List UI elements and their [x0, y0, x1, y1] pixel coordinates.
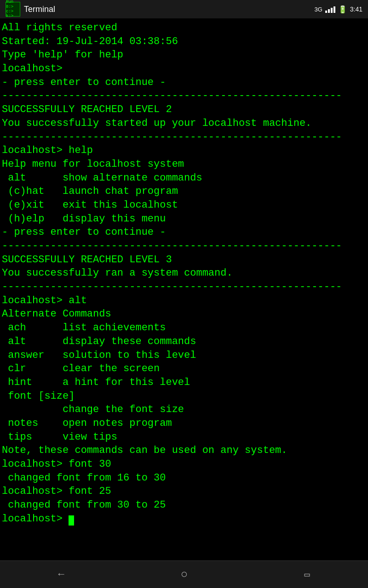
- battery-icon: 🔋: [338, 5, 347, 14]
- terminal-line: (c)hat launch chat program: [2, 185, 366, 198]
- back-button[interactable]: [49, 565, 74, 584]
- nav-bar: [0, 560, 368, 588]
- terminal-line: - press enter to continue -: [2, 226, 366, 239]
- terminal-line: Type 'help' for help: [2, 48, 366, 62]
- status-bar-left: 8:> Run 8:> c:> k:> ZERO Terminal: [6, 2, 55, 17]
- terminal-line: All rights reserved: [2, 21, 366, 35]
- terminal-line: localhost> help: [2, 144, 366, 158]
- status-bar: 8:> Run 8:> c:> k:> ZERO Terminal 3G 🔋 3…: [0, 0, 368, 18]
- terminal-line: (h)elp display this menu: [2, 212, 366, 226]
- terminal-line: ----------------------------------------…: [2, 280, 366, 294]
- terminal-line: Help menu for localhost system: [2, 158, 366, 171]
- terminal-line: You successfully started up your localho…: [2, 117, 366, 130]
- terminal-line: localhost> font 30: [2, 458, 366, 471]
- terminal-line: notes open notes program: [2, 417, 366, 430]
- terminal-line: (e)xit exit this localhost: [2, 198, 366, 212]
- terminal-line: changed font from 30 to 25: [2, 498, 366, 512]
- terminal-line: - press enter to continue -: [2, 76, 366, 90]
- signal-icon: [325, 6, 335, 13]
- terminal-line: localhost> font 25: [2, 485, 366, 498]
- terminal-line: alt display these commands: [2, 335, 366, 349]
- terminal-line: Note, these commands can be used on any …: [2, 444, 366, 458]
- terminal-output[interactable]: All rights reservedStarted: 19-Jul-2014 …: [0, 18, 368, 560]
- terminal-cursor: [69, 515, 74, 526]
- terminal-line: changed font from 16 to 30: [2, 471, 366, 485]
- recent-button[interactable]: [295, 565, 319, 584]
- app-title: Terminal: [24, 5, 55, 14]
- terminal-line: ----------------------------------------…: [2, 130, 366, 144]
- terminal-line: SUCCESSFULLY REACHED LEVEL 2: [2, 103, 366, 117]
- terminal-line: Started: 19-Jul-2014 03:38:56: [2, 35, 366, 49]
- terminal-line: ----------------------------------------…: [2, 239, 366, 253]
- terminal-line: ----------------------------------------…: [2, 89, 366, 103]
- terminal-line: change the font size: [2, 403, 366, 417]
- home-button[interactable]: [172, 564, 197, 585]
- terminal-line: localhost>: [2, 62, 366, 76]
- terminal-line: SUCCESSFULLY REACHED LEVEL 3: [2, 253, 366, 267]
- terminal-line: hint a hint for this level: [2, 376, 366, 390]
- app-icon: 8:> Run 8:> c:> k:> ZERO: [6, 2, 20, 17]
- terminal-line: You successfully ran a system command.: [2, 266, 366, 280]
- network-label: 3G: [314, 6, 322, 13]
- terminal-line: clr clear the screen: [2, 362, 366, 376]
- terminal-line: ach list achievements: [2, 321, 366, 335]
- terminal-line: tips view tips: [2, 430, 366, 444]
- terminal-line: Alternate Commands: [2, 307, 366, 321]
- clock: 3:41: [350, 6, 362, 13]
- terminal-line: localhost> alt: [2, 294, 366, 308]
- terminal-line: localhost>: [2, 512, 366, 526]
- terminal-line: answer solution to this level: [2, 349, 366, 362]
- status-bar-right: 3G 🔋 3:41: [314, 5, 362, 14]
- terminal-line: alt show alternate commands: [2, 171, 366, 185]
- terminal-line: font [size]: [2, 390, 366, 403]
